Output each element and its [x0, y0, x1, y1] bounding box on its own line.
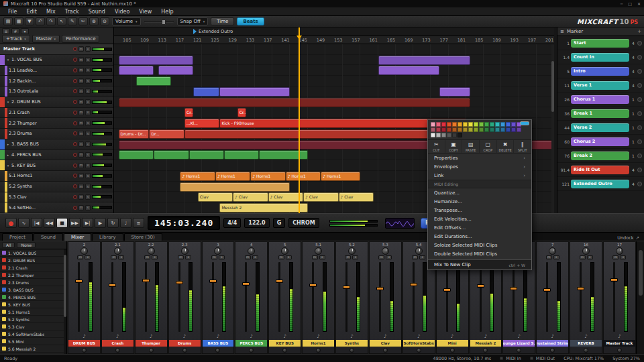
strip-solo-button[interactable]: s — [252, 255, 258, 259]
menu-item-edit-durations[interactable]: Edit Durations... — [428, 232, 531, 241]
clip[interactable] — [189, 150, 224, 160]
color-swatch[interactable] — [506, 127, 511, 132]
strip-solo-button[interactable]: s — [286, 255, 292, 259]
redo-icon[interactable]: ↷ — [46, 17, 56, 25]
color-swatch[interactable] — [458, 122, 462, 127]
track-solo-button[interactable]: s — [85, 194, 91, 200]
mixer-list-item[interactable]: 5. KEY BUS — [0, 301, 64, 308]
track-solo-button[interactable]: s — [85, 99, 91, 105]
loop-button[interactable]: ↻ — [107, 218, 119, 228]
menu-help[interactable]: Help — [157, 8, 177, 15]
color-swatch[interactable] — [452, 133, 457, 137]
menu-item-transpose[interactable]: Transpose... — [428, 206, 531, 215]
fader-track[interactable] — [111, 262, 113, 332]
scale-display[interactable]: CHROM — [288, 218, 319, 228]
pan-knob[interactable] — [248, 247, 255, 255]
color-swatch[interactable] — [452, 122, 457, 127]
stop-button[interactable]: ■ — [56, 218, 68, 228]
clip[interactable] — [184, 129, 466, 139]
track-mute-button[interactable]: m — [78, 131, 84, 136]
record-arm-button[interactable] — [73, 206, 77, 210]
scrollbar-thumb[interactable] — [64, 255, 66, 318]
clip[interactable] — [378, 56, 471, 65]
marker-options-icon[interactable] — [637, 111, 642, 116]
clip[interactable] — [219, 87, 290, 97]
track-row-2-3-druma[interactable]: 2.3 Drumams — [0, 129, 113, 139]
strip-solo-button[interactable]: s — [419, 255, 425, 259]
fader-track[interactable] — [413, 262, 415, 332]
fader-track[interactable] — [278, 262, 280, 332]
strip-solo-button[interactable]: s — [118, 255, 124, 259]
pan-knob[interactable] — [549, 247, 556, 255]
strip-mute-button[interactable]: m — [312, 255, 318, 259]
time-signature[interactable]: 4/4 — [223, 218, 241, 228]
fader-handle[interactable] — [242, 282, 250, 286]
marker-options-icon[interactable] — [637, 69, 642, 74]
fader-handle[interactable] — [510, 287, 517, 290]
clip[interactable]: Cr... — [184, 108, 193, 117]
track-mute-button[interactable]: m — [78, 46, 84, 52]
record-arm-button[interactable] — [73, 142, 77, 146]
volume-dropdown[interactable]: Volume ▾ — [112, 17, 141, 25]
fader-handle[interactable] — [376, 287, 384, 290]
mixer-list-scrollbar[interactable] — [64, 249, 66, 354]
track-mute-button[interactable]: m — [78, 99, 84, 105]
marker-name[interactable]: Verse 2 — [571, 123, 629, 132]
marker-options-icon[interactable] — [637, 154, 642, 158]
key-display[interactable]: G — [273, 218, 286, 228]
menu-item-properties[interactable]: Properties› — [428, 154, 531, 162]
add-marker-icon[interactable]: + — [637, 29, 641, 34]
strip-mute-button[interactable]: m — [178, 255, 184, 259]
output-knob[interactable] — [417, 348, 421, 353]
marker-row-intro[interactable]: 5Intro4 — [557, 64, 644, 78]
color-swatch[interactable] — [436, 122, 441, 127]
mixer-list-item[interactable]: 2. DRUM BUS — [0, 257, 64, 264]
color-swatch[interactable] — [463, 127, 468, 132]
color-swatch[interactable] — [479, 127, 484, 132]
undo-icon[interactable]: ↶ — [36, 17, 45, 25]
fader-track[interactable] — [513, 262, 515, 332]
timeline-scrollbar[interactable] — [551, 44, 554, 213]
metronome-button[interactable]: ♩ — [120, 218, 131, 228]
track-row-master-track[interactable]: Master Trackms — [0, 44, 113, 55]
color-swatch[interactable] — [500, 122, 505, 127]
clip[interactable]: Cr... — [237, 108, 246, 117]
color-swatch[interactable] — [511, 127, 516, 132]
clip[interactable]: ♪ Horns1 — [180, 172, 215, 181]
track-mute-button[interactable]: m — [78, 78, 84, 84]
menu-item-humanize[interactable]: Humanize... — [428, 197, 531, 206]
marker-name[interactable]: Chorus 2 — [571, 137, 629, 146]
marker-row-verse-2[interactable]: 44Verse 21 — [557, 121, 644, 135]
color-swatch[interactable] — [447, 127, 451, 132]
output-knob[interactable] — [316, 348, 321, 353]
strip-name[interactable]: Sustained String — [537, 340, 568, 347]
current-color-swatch[interactable] — [520, 121, 529, 125]
record-arm-button[interactable] — [73, 100, 77, 104]
pan-knob[interactable] — [315, 247, 322, 255]
mixer-list-item[interactable]: 5.1 Horns1 — [0, 308, 64, 316]
menu-item-quantize[interactable]: Quantize... — [428, 188, 531, 197]
beats-mode-button[interactable]: Beats — [237, 17, 264, 25]
strip-solo-button[interactable]: s — [587, 255, 593, 259]
track-mute-button[interactable]: m — [78, 173, 84, 178]
mixer-list-item[interactable]: 4. PERCS BUS — [0, 294, 64, 301]
menu-track[interactable]: Track — [61, 8, 83, 15]
clip[interactable] — [119, 150, 154, 160]
menu-item-envelopes[interactable]: Envelopes› — [428, 162, 531, 171]
color-swatch[interactable] — [484, 127, 489, 132]
strip-name[interactable]: Crash — [102, 340, 133, 347]
marker-name[interactable]: Start — [571, 39, 629, 48]
undock-button[interactable]: Undock ↗ — [617, 235, 642, 241]
color-swatch[interactable] — [431, 127, 435, 132]
clip[interactable]: ♪ Clav — [339, 192, 374, 202]
clip[interactable]: ♪ Clav — [233, 192, 268, 202]
track-row-1-3-outrolala[interactable]: 1.3 OutroLalams — [0, 86, 113, 97]
pan-knob[interactable] — [348, 247, 356, 255]
marker-row-extended-outro[interactable]: 121Extended Outro4 — [557, 177, 644, 191]
mixer-list-item[interactable]: 2.2 Thumper — [0, 272, 64, 279]
track-grid-icon[interactable]: # — [11, 28, 19, 34]
fader-track[interactable] — [580, 262, 582, 332]
output-knob[interactable] — [82, 348, 87, 353]
strip-mute-button[interactable]: m — [378, 255, 384, 259]
pan-knob[interactable] — [382, 247, 389, 255]
